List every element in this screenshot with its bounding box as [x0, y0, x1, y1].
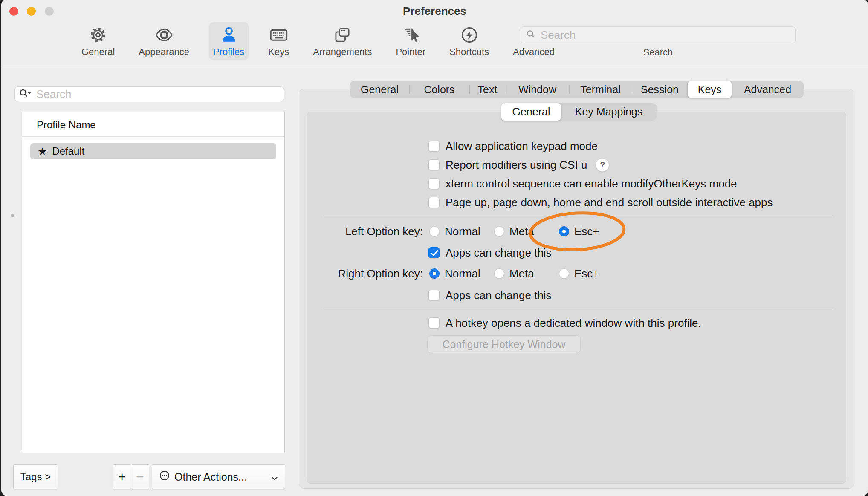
right-option-normal-radio[interactable]	[429, 268, 440, 279]
other-actions-dropdown[interactable]: Other Actions...	[152, 464, 285, 489]
gear-icon	[88, 25, 108, 45]
radio-label[interactable]: Meta	[509, 267, 534, 280]
tab-keys[interactable]: Keys	[688, 81, 732, 98]
tab-colors[interactable]: Colors	[409, 81, 469, 98]
section-divider	[324, 216, 833, 216]
radio-option: Meta	[494, 266, 534, 281]
radio-option: Normal	[429, 224, 480, 239]
search-scope-icon	[19, 89, 32, 100]
ellipsis-circle-icon	[159, 470, 170, 484]
left-option-esc-radio[interactable]	[559, 226, 569, 236]
radio-option: Esc+	[559, 224, 599, 239]
checkbox-row: Page up, page down, home and end scroll …	[428, 195, 773, 210]
checkbox-row: Report modifiers using CSI u ?	[428, 158, 609, 172]
radio-option: Esc+	[559, 266, 599, 281]
right-option-row: Right Option key: Normal Meta Esc+	[307, 266, 819, 281]
profile-tab-bar: General Colors Text Window Terminal Sess…	[350, 81, 804, 98]
left-option-normal-radio[interactable]	[429, 226, 440, 236]
toolbar-item-keys[interactable]: Keys	[264, 22, 293, 60]
radio-label[interactable]: Normal	[445, 225, 480, 238]
profile-search-input[interactable]	[35, 87, 279, 101]
eye-icon	[154, 25, 174, 45]
tab-terminal[interactable]: Terminal	[569, 81, 632, 98]
right-option-meta-radio[interactable]	[494, 268, 504, 279]
toolbar-item-shortcuts[interactable]: Shortcuts	[445, 22, 493, 60]
toolbar-item-profiles[interactable]: Profiles	[209, 22, 249, 60]
tab-general[interactable]: General	[350, 81, 409, 98]
tab-advanced[interactable]: Advanced	[732, 81, 804, 98]
radio-label[interactable]: Esc+	[574, 225, 599, 238]
checkbox-row: xterm control sequence can enable modify…	[428, 176, 737, 191]
keys-subtab-bar: General Key Mappings	[501, 103, 657, 121]
right-option-esc-radio[interactable]	[559, 268, 569, 279]
checkbox-label[interactable]: xterm control sequence can enable modify…	[446, 177, 737, 190]
profile-search-field[interactable]	[14, 86, 284, 102]
checkbox-row: Apps can change this	[428, 288, 552, 303]
toolbar-search-input[interactable]	[540, 28, 790, 42]
radio-option: Meta	[494, 224, 534, 239]
checkbox-row: Allow application keypad mode	[428, 139, 598, 153]
allow-keypad-checkbox[interactable]	[428, 141, 440, 152]
right-option-label: Right Option key:	[307, 266, 423, 281]
configure-hotkey-window-button[interactable]: Configure Hotkey Window	[427, 335, 581, 353]
modify-other-keys-checkbox[interactable]	[428, 178, 440, 189]
toolbar-item-arrangements[interactable]: Arrangements	[309, 22, 376, 60]
left-apps-change-checkbox[interactable]	[428, 247, 440, 258]
toolbar-item-label: Appearance	[139, 47, 189, 57]
radio-label[interactable]: Esc+	[574, 267, 599, 280]
checkbox-label[interactable]: Page up, page down, home and end scroll …	[446, 196, 773, 209]
subtab-key-mappings[interactable]: Key Mappings	[561, 103, 657, 121]
toolbar-item-appearance[interactable]: Appearance	[134, 22, 194, 60]
left-option-meta-radio[interactable]	[494, 226, 504, 236]
title-bar: Preferences	[1, 0, 868, 22]
csi-u-checkbox[interactable]	[428, 159, 440, 170]
list-header-divider	[22, 136, 284, 137]
checkbox-label[interactable]: A hotkey opens a dedicated window with t…	[446, 317, 701, 330]
windows-icon	[332, 25, 353, 45]
profile-row-default[interactable]: ★ Default	[30, 143, 276, 159]
chevron-down-icon	[271, 471, 278, 483]
tab-session[interactable]: Session	[632, 81, 688, 98]
radio-option: Normal	[429, 266, 480, 281]
toolbar-item-label: Profiles	[213, 47, 244, 57]
tags-button[interactable]: Tags >	[13, 464, 58, 489]
left-option-row: Left Option key: Normal Meta Esc+	[307, 224, 819, 239]
toolbar-item-label: Keys	[268, 47, 289, 57]
subtab-general[interactable]: General	[501, 103, 561, 121]
keyboard-icon	[269, 25, 289, 45]
radio-label[interactable]: Normal	[445, 267, 480, 280]
toolbar-item-label: Shortcuts	[449, 47, 489, 57]
toolbar-item-label: Arrangements	[313, 47, 372, 57]
search-icon	[526, 29, 535, 40]
section-divider	[324, 309, 833, 309]
help-button[interactable]: ?	[596, 158, 609, 172]
person-icon	[219, 25, 239, 45]
profile-list: Profile Name ★ Default	[22, 112, 285, 453]
preferences-window: Preferences General Appearance	[1, 0, 868, 496]
tab-text[interactable]: Text	[469, 81, 506, 98]
toolbar-search-field[interactable]	[521, 26, 796, 43]
radio-label[interactable]: Meta	[509, 225, 534, 238]
toolbar-item-label: General	[81, 47, 115, 57]
checkbox-label[interactable]: Apps can change this	[446, 289, 552, 302]
toolbar-search-caption: Search	[521, 47, 796, 58]
toolbar-item-general[interactable]: General	[77, 22, 119, 60]
window-title: Preferences	[1, 5, 868, 18]
keys-general-panel: Allow application keypad mode Report mod…	[307, 112, 846, 484]
add-profile-button[interactable]: +	[113, 464, 131, 489]
bolt-icon	[459, 25, 480, 45]
checkbox-label[interactable]: Apps can change this	[446, 246, 552, 260]
remove-profile-button[interactable]: −	[131, 464, 149, 489]
checkbox-label[interactable]: Report modifiers using CSI u	[446, 159, 587, 172]
page-scroll-checkbox[interactable]	[428, 197, 440, 208]
toolbar-item-pointer[interactable]: Pointer	[391, 22, 430, 60]
tab-window[interactable]: Window	[506, 81, 569, 98]
left-option-label: Left Option key:	[307, 224, 423, 239]
profile-list-header: Profile Name	[37, 119, 96, 131]
window-edge-dot	[11, 214, 14, 217]
hotkey-window-checkbox[interactable]	[428, 317, 440, 329]
toolbar-item-label: Pointer	[396, 47, 425, 57]
checkbox-label[interactable]: Allow application keypad mode	[446, 140, 598, 153]
checkbox-row: Apps can change this	[428, 245, 552, 260]
right-apps-change-checkbox[interactable]	[428, 290, 440, 301]
